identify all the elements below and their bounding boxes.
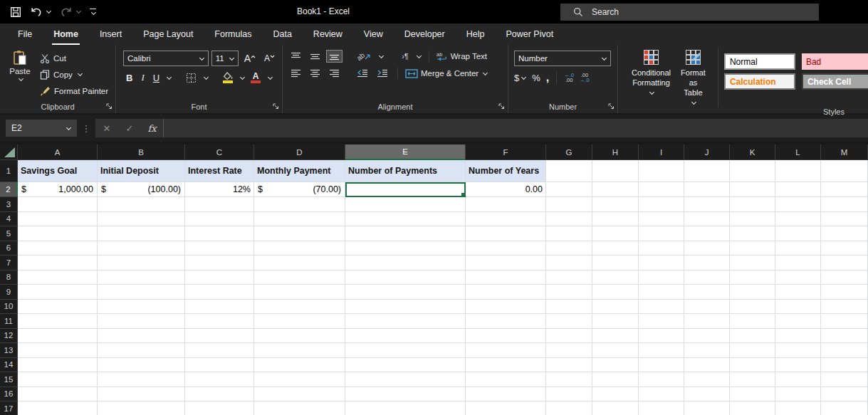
cell-A16[interactable] — [18, 387, 98, 402]
cell-B11[interactable] — [98, 314, 185, 329]
cell-C5[interactable] — [185, 226, 254, 241]
copy-dropdown-icon[interactable] — [78, 71, 83, 76]
underline-dropdown-icon[interactable] — [167, 74, 172, 79]
column-header-G[interactable]: G — [546, 145, 592, 160]
cell-H15[interactable] — [592, 372, 639, 387]
text-direction-button[interactable]: ›¶ — [399, 51, 411, 62]
tab-insert[interactable]: Insert — [89, 23, 132, 45]
column-header-K[interactable]: K — [730, 145, 775, 160]
cell-B2[interactable]: $(100.00) — [98, 182, 185, 197]
cell-I10[interactable] — [639, 300, 684, 315]
cell-B8[interactable] — [98, 270, 185, 285]
row-header-8[interactable]: 8 — [0, 270, 18, 285]
cell-M11[interactable] — [821, 314, 868, 329]
row-header-14[interactable]: 14 — [0, 358, 18, 373]
cell-K14[interactable] — [730, 358, 775, 373]
merge-center-button[interactable]: Merge & Center — [405, 69, 488, 78]
row-header-16[interactable]: 16 — [0, 387, 18, 402]
decrease-indent-button[interactable] — [355, 68, 370, 79]
cell-H7[interactable] — [592, 256, 639, 270]
row-header-9[interactable]: 9 — [0, 285, 18, 300]
clipboard-dialog-launcher[interactable] — [106, 103, 113, 111]
align-middle-button[interactable] — [308, 51, 323, 62]
cell-A10[interactable] — [18, 300, 98, 315]
cell-E1[interactable]: Number of Payments — [345, 160, 466, 182]
cell-M17[interactable] — [821, 401, 868, 415]
style-chip-calculation[interactable]: Calculation — [724, 73, 795, 90]
style-chip-bad[interactable]: Bad — [802, 53, 868, 70]
cell-C14[interactable] — [185, 358, 254, 373]
align-bottom-button[interactable] — [327, 51, 342, 62]
cell-J4[interactable] — [684, 212, 730, 227]
cell-D12[interactable] — [254, 329, 345, 344]
tab-formulas[interactable]: Formulas — [204, 23, 262, 45]
row-header-6[interactable]: 6 — [0, 241, 18, 256]
cell-G16[interactable] — [546, 387, 592, 402]
undo-dropdown-icon[interactable] — [46, 9, 51, 14]
cell-B6[interactable] — [98, 241, 185, 256]
cell-G15[interactable] — [546, 372, 592, 387]
tab-data[interactable]: Data — [262, 23, 302, 45]
style-chip-check-cell[interactable]: Check Cell — [802, 73, 868, 90]
copy-button[interactable]: Copy — [40, 66, 108, 83]
cell-G14[interactable] — [546, 358, 592, 373]
cell-I14[interactable] — [639, 358, 684, 373]
cell-I5[interactable] — [639, 226, 684, 241]
cell-L1[interactable] — [775, 160, 821, 182]
cell-G12[interactable] — [546, 329, 592, 344]
cell-B17[interactable] — [98, 401, 185, 415]
tab-view[interactable]: View — [353, 23, 394, 45]
cell-D4[interactable] — [254, 212, 345, 227]
cell-F3[interactable] — [466, 197, 546, 212]
cell-H17[interactable] — [592, 401, 639, 415]
cell-K7[interactable] — [730, 256, 775, 270]
cell-E15[interactable] — [345, 372, 466, 387]
cell-J1[interactable] — [684, 160, 730, 182]
percent-style-button[interactable]: % — [532, 73, 540, 83]
accounting-format-dropdown-icon[interactable] — [521, 74, 526, 79]
cell-K13[interactable] — [730, 343, 775, 358]
align-left-button[interactable] — [288, 68, 303, 79]
align-center-button[interactable] — [308, 68, 323, 79]
font-dialog-launcher[interactable] — [273, 103, 279, 111]
cell-A13[interactable] — [18, 343, 98, 358]
column-header-L[interactable]: L — [775, 145, 821, 160]
increase-indent-button[interactable] — [375, 68, 390, 79]
alignment-dialog-launcher[interactable] — [498, 103, 505, 111]
cell-F10[interactable] — [466, 300, 546, 315]
cell-D14[interactable] — [254, 358, 345, 373]
cell-D7[interactable] — [254, 256, 345, 270]
cell-I6[interactable] — [639, 241, 684, 256]
cell-G13[interactable] — [546, 343, 592, 358]
cell-J2[interactable] — [684, 182, 730, 197]
cell-K6[interactable] — [730, 241, 775, 256]
align-right-button[interactable] — [327, 68, 342, 79]
cell-G17[interactable] — [546, 401, 592, 415]
cell-D15[interactable] — [254, 372, 345, 387]
row-header-2[interactable]: 2 — [0, 182, 18, 197]
cell-F4[interactable] — [466, 212, 546, 227]
cell-C10[interactable] — [185, 300, 254, 315]
cell-K16[interactable] — [730, 387, 775, 402]
conditional-formatting-button[interactable]: Conditional Formatting — [627, 48, 676, 107]
cell-H16[interactable] — [592, 387, 639, 402]
cell-C7[interactable] — [185, 256, 254, 270]
tab-power-pivot[interactable]: Power Pivot — [495, 23, 564, 45]
cell-C3[interactable] — [185, 197, 254, 212]
cell-K17[interactable] — [730, 401, 775, 415]
cell-B16[interactable] — [98, 387, 185, 402]
cell-H6[interactable] — [592, 241, 639, 256]
search-input[interactable]: Search — [560, 4, 819, 21]
cell-M3[interactable] — [821, 197, 868, 212]
row-header-1[interactable]: 1 — [0, 160, 18, 182]
cell-J14[interactable] — [684, 358, 730, 373]
cell-K8[interactable] — [730, 270, 775, 285]
increase-font-size-button[interactable]: A — [241, 52, 258, 65]
cell-I4[interactable] — [639, 212, 684, 227]
cell-M15[interactable] — [821, 372, 868, 387]
cell-A9[interactable] — [18, 285, 98, 300]
cell-D1[interactable]: Monthly Payment — [254, 160, 345, 182]
cell-C6[interactable] — [185, 241, 254, 256]
increase-decimal-button[interactable]: ←.0.00 — [564, 73, 574, 83]
cell-D5[interactable] — [254, 226, 345, 241]
